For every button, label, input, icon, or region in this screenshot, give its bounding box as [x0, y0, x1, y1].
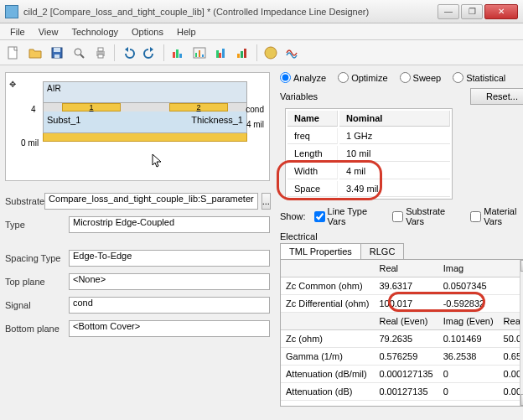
table-row: Attenuation (dB)0.0012713500.001	[281, 383, 523, 401]
svg-rect-7	[98, 48, 103, 51]
svg-rect-16	[216, 50, 219, 58]
table-row: Attenuation (dB/mil)0.00012713500.000	[281, 366, 523, 383]
svg-point-4	[75, 49, 81, 55]
table-row: Zc Differential (ohm)100.017-0.592832	[281, 295, 523, 313]
tab-rlgc[interactable]: RLGC	[360, 243, 405, 259]
spacing-select[interactable]: Edge-To-Edge	[69, 250, 270, 267]
substrate-label: Substrate	[5, 196, 44, 206]
table-row: Gamma (1/m)0.57625936.25380.651	[281, 348, 523, 366]
show-line-check[interactable]: Line Type Vars	[314, 206, 385, 226]
mode-optimize[interactable]: Optimize	[338, 72, 387, 83]
maximize-button[interactable]: ❐	[461, 4, 483, 19]
table-row: Length10 mil	[287, 146, 450, 162]
open-icon[interactable]	[25, 43, 45, 63]
svg-point-22	[265, 47, 277, 59]
chart3-icon[interactable]	[211, 43, 231, 63]
wave2-icon[interactable]	[282, 43, 303, 63]
trace-1: 1	[62, 103, 121, 111]
mode-sweep[interactable]: Sweep	[400, 72, 442, 83]
redo-icon[interactable]	[140, 43, 160, 63]
tml-panel: RealImag Zc Common (ohm)39.63170.0507345…	[280, 259, 523, 407]
trace-2: 2	[169, 103, 228, 111]
chart1-icon[interactable]	[168, 43, 188, 63]
svg-line-5	[80, 54, 84, 58]
substrate-select[interactable]: Compare_loss_and_tight_couple_lib:S_para…	[44, 193, 258, 210]
topplane-label: Top plane	[5, 277, 69, 287]
mode-statistical[interactable]: Statistical	[453, 72, 505, 83]
tab-tml[interactable]: TML Properties	[280, 243, 361, 259]
chart4-icon[interactable]	[233, 43, 253, 63]
app-icon	[5, 5, 18, 18]
save-icon[interactable]	[47, 43, 67, 63]
svg-rect-19	[237, 54, 240, 58]
type-select[interactable]: Microstrip Edge-Coupled	[69, 216, 270, 233]
svg-rect-11	[179, 54, 182, 58]
svg-rect-0	[8, 47, 17, 59]
spacing-label: Spacing Type	[5, 253, 69, 263]
conductor-layer: 1 2	[43, 103, 247, 111]
variables-table[interactable]: NameNominal freq1 GHz Length10 mil Width…	[285, 108, 453, 200]
topplane-select[interactable]: <None>	[69, 273, 270, 290]
show-label: Show:	[280, 211, 306, 221]
svg-rect-21	[244, 49, 246, 58]
menu-technology[interactable]: Technology	[65, 25, 125, 39]
signal-select[interactable]: cond	[69, 297, 270, 314]
find-icon[interactable]	[69, 43, 89, 63]
svg-rect-17	[219, 53, 221, 58]
table-row: Zc (ohm)79.26350.10146950.00	[281, 330, 523, 348]
svg-rect-10	[176, 49, 179, 58]
variables-label: Variables	[280, 91, 470, 101]
table-row: freq1 GHz	[287, 128, 450, 144]
botplane-select[interactable]: <Bottom Cover>	[69, 320, 270, 337]
window-title: cild_2 [Compare_loss_and_tight_couple_li…	[23, 7, 436, 17]
substrate-browse-button[interactable]: ...	[262, 193, 271, 210]
vertical-scrollbar[interactable]: ▲ ▼	[520, 260, 523, 406]
svg-rect-8	[98, 54, 103, 58]
bottom-cover	[43, 133, 247, 142]
stackup-diagram[interactable]: ✥ AIR 1 2 Subst_1 Thickness_1 4 0 mil co…	[5, 72, 270, 181]
undo-icon[interactable]	[118, 43, 138, 63]
signal-label: Signal	[5, 300, 69, 310]
chart2-icon[interactable]	[189, 43, 210, 63]
menu-file[interactable]: File	[3, 25, 32, 39]
cursor-icon	[152, 153, 163, 169]
table-row: Zc Common (ohm)39.63170.0507345	[281, 277, 523, 295]
menu-options[interactable]: Options	[125, 25, 170, 39]
svg-rect-9	[173, 52, 175, 58]
close-button[interactable]: ✕	[484, 4, 518, 19]
show-substrate-check[interactable]: Substrate Vars	[392, 206, 462, 226]
mode-analyze[interactable]: Analyze	[280, 72, 326, 83]
type-label: Type	[5, 220, 69, 230]
table-row: Space3.49 mil	[287, 181, 450, 197]
svg-rect-20	[241, 51, 243, 58]
new-icon[interactable]	[3, 43, 23, 63]
menu-bar: File View Technology Options Help	[0, 23, 523, 40]
menu-view[interactable]: View	[32, 25, 65, 39]
svg-rect-15	[202, 54, 204, 57]
svg-rect-3	[54, 54, 60, 58]
substrate-layer: Subst_1 Thickness_1	[43, 111, 247, 133]
air-layer: AIR	[43, 81, 247, 103]
reset-button[interactable]: Reset...	[470, 88, 523, 105]
svg-rect-2	[54, 48, 60, 52]
menu-help[interactable]: Help	[170, 25, 203, 39]
botplane-label: Bottom plane	[5, 324, 69, 334]
svg-rect-13	[195, 53, 197, 57]
print-icon[interactable]	[91, 43, 111, 63]
electrical-label: Electrical	[280, 231, 523, 241]
svg-rect-18	[222, 49, 225, 58]
toolbar	[0, 40, 523, 65]
minimize-button[interactable]: —	[438, 4, 459, 19]
show-material-check[interactable]: Material Vars	[470, 206, 523, 226]
wave1-icon[interactable]	[261, 43, 281, 63]
table-row: Width4 mil	[287, 163, 450, 179]
svg-rect-14	[199, 50, 200, 57]
